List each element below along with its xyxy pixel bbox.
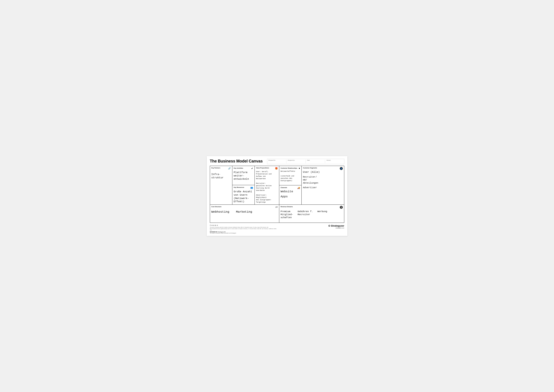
value-propositions-label: Value Propositions: [256, 167, 278, 169]
cost-structure-label: Cost Structure: [211, 206, 278, 208]
footer-designer-sub: The makers of Business Model Generation …: [210, 232, 277, 234]
customer-segments-content: User (Alle) Recruiter/HR/Abteilungen Adv…: [303, 170, 343, 203]
key-partners-cell: Key Partners 🔗 Infra-struktur: [210, 166, 232, 204]
key-partners-icon: 🔗: [228, 167, 231, 170]
footer-right: ⊙ Strategyzer strategyzer.com: [328, 224, 344, 229]
designed-by-value: [288, 161, 304, 163]
revenue-streams-content: PremiumMitglied-schaften Gebühren f.Recr…: [281, 210, 343, 219]
channels-apps: Apps: [281, 195, 300, 199]
revenue-streams-label: Revenue Streams: [281, 206, 343, 208]
customer-segments-user: User (Alle): [303, 170, 343, 174]
customer-relationships-icon: ♥: [299, 167, 300, 170]
revenue-streams-cell: Revenue Streams $ PremiumMitglied-schaft…: [279, 205, 344, 223]
key-activities-resources-col: Key Activities ✔ Plattformweiter-entwick…: [232, 166, 255, 204]
key-resources-icon: 👥: [250, 186, 253, 189]
version-field: Version:: [326, 160, 343, 163]
footer-designed-by-value: Strategyzer AG: [218, 231, 226, 232]
header: The Business Model Canvas Designed for: …: [210, 159, 344, 164]
customer-relationships-label: Customer Relationships: [281, 167, 297, 169]
footer-left: © ⊕ ⊗ ⊕ ⊘ This work is licensed under th…: [210, 224, 277, 234]
channels-website: Website: [281, 190, 300, 194]
header-fields: Designed for: Designed by: Date: Version…: [267, 159, 344, 164]
date-label: Date:: [307, 160, 324, 161]
revenue-werbung: Werbung: [318, 210, 327, 213]
channels-label: Channels: [281, 187, 287, 189]
customer-relationships-content: Netzwerkeffekte(innerhalb undzwischen de…: [281, 170, 300, 182]
cost-webhosting: Webhosting: [211, 210, 229, 214]
channels-content: Website Apps: [281, 190, 300, 199]
page: The Business Model Canvas Designed for: …: [207, 156, 347, 236]
key-activities-content: Plattformweiter-entwickeln: [234, 171, 253, 181]
customer-segments-cell: Customer Segments 👤 User (Alle) Recruite…: [302, 166, 344, 204]
customer-rel-channels-col: Customer Relationships ♥ Netzwerkeffekte…: [279, 166, 302, 204]
cost-marketing: Marketing: [236, 210, 252, 214]
key-activities-cell: Key Activities ✔ Plattformweiter-entwick…: [232, 166, 255, 185]
designed-for-value: [268, 161, 285, 163]
footer-website: strategyzer.com: [328, 227, 344, 229]
version-label: Version:: [326, 160, 343, 161]
channels-icon: 🚚: [297, 187, 300, 189]
date-value: [307, 161, 324, 163]
canvas-main-row: Key Partners 🔗 Infra-struktur Key Activi…: [210, 166, 344, 205]
key-resources-cell: Key Resources 👥 Große Anzahlvon Usern(Ne…: [232, 185, 255, 204]
key-partners-label: Key Partners: [211, 167, 231, 169]
canvas-bottom-row: Cost Structure 🏷 Webhosting Marketing Re…: [210, 205, 344, 223]
customer-relationships-cell: Customer Relationships ♥ Netzwerkeffekte…: [279, 166, 301, 185]
value-propositions-icon: 🎁: [275, 167, 278, 170]
footer-designed-by-label: DESIGNED BY:: [210, 231, 218, 232]
page-title: The Business Model Canvas: [210, 159, 263, 163]
key-activities-icon: ✔: [251, 167, 253, 170]
designed-for-label: Designed for:: [268, 160, 285, 161]
channels-cell: Channels 🚚 Website Apps: [279, 185, 301, 205]
cost-structure-icon: 🏷: [276, 206, 278, 208]
customer-segments-advertiser: Advertiser: [303, 186, 343, 189]
customer-segments-recruiter: Recruiter/HR/Abteilungen: [303, 175, 343, 184]
footer-license-text: This work is licensed under the Creative…: [210, 227, 277, 228]
footer-license-url: http://creativecommons.org/licenses/by-s…: [210, 228, 277, 231]
customer-segments-icon: 👤: [340, 167, 343, 170]
footer: © ⊕ ⊗ ⊕ ⊘ This work is licensed under th…: [210, 224, 344, 234]
revenue-premium: PremiumMitglied-schaften: [281, 210, 293, 219]
footer-cc-section: © ⊕ ⊗ ⊕ ⊘: [210, 224, 277, 226]
revenue-recruiter: Gebühren f.Recruiter: [298, 210, 313, 216]
key-resources-label: Key Resources: [234, 187, 244, 188]
designed-by-field: Designed by:: [288, 160, 306, 163]
footer-logo-icon: ⊙: [328, 224, 330, 227]
value-propositions-cell: Value Propositions 🎁 User: berufl.Präsen…: [255, 166, 279, 204]
cost-structure-content: Webhosting Marketing: [211, 210, 278, 214]
value-propositions-content: User: berufl.Präsentation undAufbau vonN…: [256, 170, 278, 203]
footer-logo-text: Strategyzer: [331, 224, 344, 227]
footer-designer: DESIGNED BY: Strategyzer AG: [210, 231, 277, 232]
canvas: Key Partners 🔗 Infra-struktur Key Activi…: [210, 166, 344, 223]
designed-for-field: Designed for:: [268, 160, 286, 163]
key-resources-content: Große Anzahlvon Usern(Netzwerk-Effekt): [234, 190, 253, 203]
cc-icons: © ⊕ ⊗ ⊕ ⊘: [210, 224, 218, 226]
key-partners-content: Infra-struktur: [211, 173, 231, 203]
version-value: [326, 161, 343, 163]
revenue-streams-icon: $: [340, 206, 343, 209]
footer-logo: ⊙ Strategyzer: [328, 224, 344, 227]
customer-segments-label: Customer Segments: [303, 167, 343, 169]
date-field: Date:: [307, 160, 325, 163]
cost-structure-cell: Cost Structure 🏷 Webhosting Marketing: [210, 205, 279, 223]
key-activities-label: Key Activities: [234, 167, 243, 169]
designed-by-label: Designed by:: [288, 160, 304, 161]
